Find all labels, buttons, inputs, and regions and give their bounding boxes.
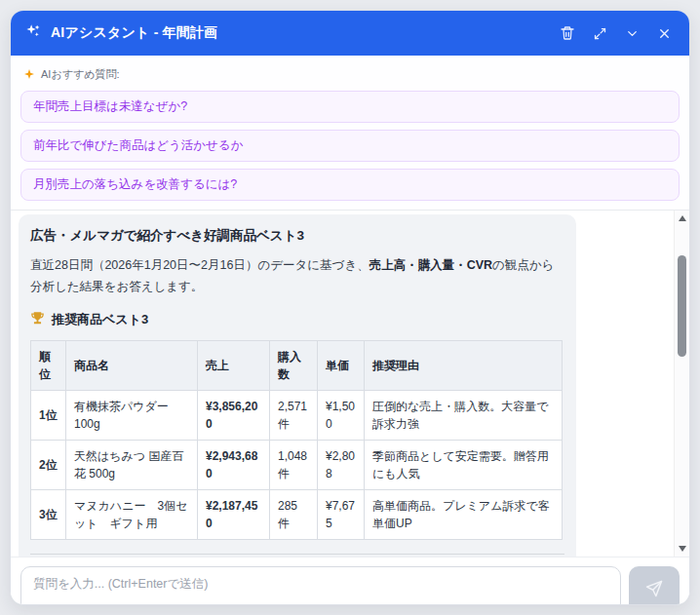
- cell-unit-price: ¥2,808: [318, 440, 365, 489]
- cell-sales: ¥2,187,450: [198, 489, 270, 539]
- sparkles-icon: [24, 22, 42, 44]
- cell-rank: 3位: [31, 489, 66, 539]
- scroll-down-arrow[interactable]: [675, 542, 689, 556]
- cell-rank: 2位: [31, 440, 66, 489]
- cell-reason: 季節商品として安定需要。贈答用にも人気: [365, 440, 563, 489]
- col-purchases: 購入数: [270, 340, 318, 390]
- scrollbar-thumb[interactable]: [678, 255, 686, 357]
- expand-icon: [593, 26, 607, 41]
- cell-unit-price: ¥7,675: [318, 489, 365, 539]
- cell-purchases: 1,048件: [270, 440, 318, 489]
- col-reason: 推奨理由: [365, 340, 563, 390]
- recommended-products-title: 推奨商品ベスト3: [52, 311, 148, 328]
- chevron-down-icon: [625, 26, 640, 41]
- cell-unit-price: ¥1,500: [318, 390, 365, 440]
- suggestions-section: AIおすすめ質問: 年間売上目標は未達なぜか? 前年比で伸びた商品はどう活かせる…: [11, 56, 689, 210]
- cell-purchases: 2,571件: [270, 390, 318, 440]
- suggestion-button-2[interactable]: 前年比で伸びた商品はどう活かせるか: [20, 130, 680, 162]
- cell-product: 有機抹茶パウダー 100g: [66, 390, 198, 440]
- cell-sales: ¥2,943,680: [198, 440, 270, 489]
- col-rank: 順位: [31, 340, 66, 390]
- suggestion-button-1[interactable]: 年間売上目標は未達なぜか?: [20, 91, 680, 123]
- widget-title: AIアシスタント - 年間計画: [51, 24, 217, 42]
- assistant-message: 広告・メルマガで紹介すべき好調商品ベスト3 直近28日間（2026年1月20日〜…: [19, 214, 576, 557]
- widget-header: AIアシスタント - 年間計画: [11, 11, 689, 56]
- table-row: 1位 有機抹茶パウダー 100g ¥3,856,200 2,571件 ¥1,50…: [31, 390, 563, 440]
- table-row: 2位 天然はちみつ 国産百花 500g ¥2,943,680 1,048件 ¥2…: [31, 440, 563, 489]
- col-product: 商品名: [66, 340, 198, 390]
- cell-purchases: 285件: [270, 489, 318, 539]
- suggestions-header: AIおすすめ質問:: [23, 67, 680, 82]
- header-actions: [556, 21, 676, 45]
- suggestions-label: AIおすすめ質問:: [41, 67, 119, 82]
- cell-product: マヌカハニー 3個セット ギフト用: [66, 489, 198, 539]
- sparkle-icon: [23, 68, 35, 82]
- col-unit-price: 単価: [318, 340, 365, 390]
- suggestion-button-3[interactable]: 月別売上の落ち込みを改善するには?: [20, 169, 680, 201]
- ai-assistant-widget: AIアシスタント - 年間計画: [10, 10, 690, 605]
- expand-button[interactable]: [588, 21, 611, 45]
- close-button[interactable]: [652, 21, 676, 45]
- delete-button[interactable]: [556, 21, 579, 45]
- cell-reason: 高単価商品。プレミアム訴求で客単価UP: [365, 489, 563, 539]
- input-area: [11, 557, 689, 605]
- minimize-button[interactable]: [620, 21, 643, 45]
- messages-scrollbar[interactable]: [674, 211, 689, 557]
- message-title: 広告・メルマガで紹介すべき好調商品ベスト3: [30, 227, 564, 245]
- cell-rank: 1位: [31, 390, 66, 440]
- cell-reason: 圧倒的な売上・購入数。大容量で訴求力強: [365, 390, 563, 440]
- message-intro: 直近28日間（2026年1月20日〜2月16日）のデータに基づき、売上高・購入量…: [30, 255, 564, 298]
- cell-product: 天然はちみつ 国産百花 500g: [66, 440, 198, 489]
- send-button[interactable]: [629, 566, 680, 605]
- send-icon: [644, 579, 664, 601]
- table-row: 3位 マヌカハニー 3個セット ギフト用 ¥2,187,450 285件 ¥7,…: [31, 489, 563, 539]
- question-input[interactable]: [20, 566, 621, 605]
- cell-sales: ¥3,856,200: [198, 390, 270, 440]
- recommended-products-table: 順位 商品名 売上 購入数 単価 推奨理由 1位 有機抹茶パウダー 100g ¥…: [30, 340, 563, 540]
- col-sales: 売上: [198, 340, 270, 390]
- messages-area: 広告・メルマガで紹介すべき好調商品ベスト3 直近28日間（2026年1月20日〜…: [11, 210, 689, 557]
- section-divider: [30, 554, 564, 555]
- trash-icon: [560, 25, 575, 41]
- table-header-row: 順位 商品名 売上 購入数 単価 推奨理由: [31, 340, 563, 390]
- trophy-icon: [30, 311, 45, 328]
- close-icon: [657, 26, 672, 41]
- scroll-up-arrow[interactable]: [675, 211, 689, 225]
- recommended-products-heading: 推奨商品ベスト3: [30, 311, 564, 328]
